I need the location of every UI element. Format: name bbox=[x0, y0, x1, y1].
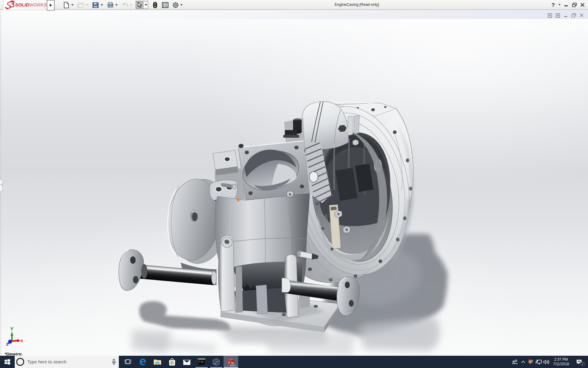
logo-works: WORKS bbox=[29, 2, 47, 7]
edrawings-button[interactable] bbox=[209, 356, 224, 368]
settings-button[interactable] bbox=[171, 1, 179, 9]
select-tool-group bbox=[136, 1, 148, 9]
gear-icon bbox=[172, 2, 179, 8]
caret-down-icon bbox=[180, 4, 183, 6]
open-folder-icon bbox=[77, 2, 84, 8]
xpress-products-button[interactable] bbox=[151, 1, 159, 9]
logo-solid: SOLID bbox=[15, 2, 29, 7]
minimize-button[interactable] bbox=[562, 1, 570, 9]
close-button[interactable] bbox=[579, 1, 586, 9]
traffic-light-icon bbox=[153, 2, 157, 8]
cortana-icon bbox=[16, 358, 24, 366]
screen: SOLIDWORKS bbox=[0, 0, 588, 368]
clock-date: 7/11/2018 bbox=[553, 362, 569, 366]
command-prompt-icon: C:\ bbox=[198, 358, 205, 366]
microphone-icon[interactable] bbox=[111, 359, 116, 365]
mail-button[interactable] bbox=[179, 356, 194, 368]
sw-monitor-icon: SW bbox=[528, 359, 534, 365]
people-icon bbox=[512, 359, 518, 365]
file-explorer-button[interactable] bbox=[150, 356, 165, 368]
clock-time: 2:37 PM bbox=[553, 357, 569, 362]
annotation-marker[interactable] bbox=[237, 199, 240, 201]
task-view-button[interactable] bbox=[121, 356, 135, 368]
task-view-icon bbox=[124, 358, 132, 366]
notification-badge: 3 bbox=[580, 362, 585, 366]
engine-casing-model[interactable] bbox=[0, 10, 588, 356]
doc-restore-button[interactable] bbox=[570, 13, 578, 18]
undo-caret[interactable] bbox=[129, 1, 134, 9]
title-bar: SOLIDWORKS bbox=[0, 0, 588, 10]
svg-text:?: ? bbox=[552, 2, 555, 8]
solidworks-logo[interactable]: SOLIDWORKS bbox=[3, 0, 47, 10]
print-caret[interactable] bbox=[114, 1, 119, 9]
close-icon bbox=[579, 13, 584, 17]
restore-icon bbox=[572, 3, 577, 7]
open-button[interactable] bbox=[77, 1, 85, 9]
close-icon bbox=[580, 3, 585, 7]
dock-right-button[interactable] bbox=[554, 13, 562, 18]
taskbar-clock[interactable]: 2:37 PM7/11/2018 bbox=[550, 356, 572, 368]
save-button[interactable] bbox=[92, 1, 100, 9]
minimize-icon bbox=[564, 3, 568, 7]
network-icon bbox=[536, 359, 542, 365]
carb-flange bbox=[238, 141, 310, 200]
new-document-icon bbox=[63, 2, 69, 8]
quick-access-toolbar bbox=[62, 1, 184, 9]
caret-down-icon bbox=[145, 4, 147, 6]
command-prompt-button[interactable]: C:\ bbox=[194, 356, 209, 368]
menu-flyout-button[interactable] bbox=[47, 0, 55, 10]
store-icon bbox=[168, 358, 176, 366]
triad-x-label: X bbox=[21, 339, 23, 343]
help-button[interactable]: ? bbox=[549, 1, 557, 9]
restore-button[interactable] bbox=[570, 1, 579, 9]
settings-caret[interactable] bbox=[179, 1, 184, 9]
window-controls: ? bbox=[549, 0, 586, 10]
people-button[interactable] bbox=[510, 356, 519, 368]
svg-text:SOLIDWORKS: SOLIDWORKS bbox=[15, 2, 47, 7]
print-button[interactable] bbox=[106, 1, 114, 9]
triad-z-label: Z bbox=[6, 342, 8, 347]
save-floppy-icon bbox=[92, 2, 99, 8]
system-tray: SW 2:37 PM7/11/2018 bbox=[510, 356, 588, 368]
open-caret[interactable] bbox=[85, 1, 89, 9]
chevron-up-icon bbox=[521, 361, 525, 363]
edge-button[interactable] bbox=[135, 356, 150, 368]
select-tool-button[interactable] bbox=[136, 1, 144, 9]
windows-logo-icon bbox=[4, 359, 10, 365]
doc-minimize-button[interactable] bbox=[562, 13, 570, 18]
undo-arrow-icon bbox=[122, 2, 128, 7]
new-document-button[interactable] bbox=[62, 1, 70, 9]
help-caret[interactable] bbox=[557, 1, 562, 9]
start-button[interactable] bbox=[0, 356, 15, 368]
options-list-button[interactable] bbox=[161, 1, 169, 9]
sw-resource-monitor[interactable]: SW bbox=[527, 356, 535, 368]
dock-left-icon bbox=[548, 13, 552, 18]
graphics-viewport[interactable]: X Z *Dimetric bbox=[0, 10, 588, 356]
caret-down-icon bbox=[86, 4, 89, 6]
select-caret[interactable] bbox=[144, 1, 148, 9]
dock-left-button[interactable] bbox=[546, 13, 554, 18]
solidworks-app-icon: S W 2017 bbox=[226, 357, 236, 366]
cmd-glyph: C:\ bbox=[198, 360, 203, 363]
new-document-caret[interactable] bbox=[70, 1, 75, 9]
ds-3s-mark-icon bbox=[6, 1, 14, 9]
doc-close-button[interactable] bbox=[578, 13, 586, 18]
window-title: EngineCasing [Read-only] bbox=[318, 0, 395, 10]
flyout-arrow-icon bbox=[49, 3, 52, 7]
triad-y-label bbox=[10, 327, 13, 331]
store-button[interactable] bbox=[165, 356, 179, 368]
tray-overflow-button[interactable] bbox=[519, 356, 527, 368]
search-input[interactable] bbox=[27, 359, 104, 364]
orientation-triad: X Z bbox=[2, 322, 27, 347]
minimize-icon bbox=[564, 13, 568, 17]
network-button[interactable] bbox=[535, 356, 542, 368]
solidworks-button[interactable]: S W 2017 bbox=[224, 356, 238, 368]
taskbar-search[interactable] bbox=[15, 356, 119, 368]
undo-button[interactable] bbox=[121, 1, 129, 9]
caret-down-icon bbox=[130, 4, 133, 6]
dock-right-icon bbox=[556, 13, 560, 18]
action-center-button[interactable]: 3 bbox=[572, 356, 586, 368]
save-caret[interactable] bbox=[100, 1, 104, 9]
volume-button[interactable] bbox=[542, 356, 550, 368]
options-list-icon bbox=[162, 2, 168, 8]
